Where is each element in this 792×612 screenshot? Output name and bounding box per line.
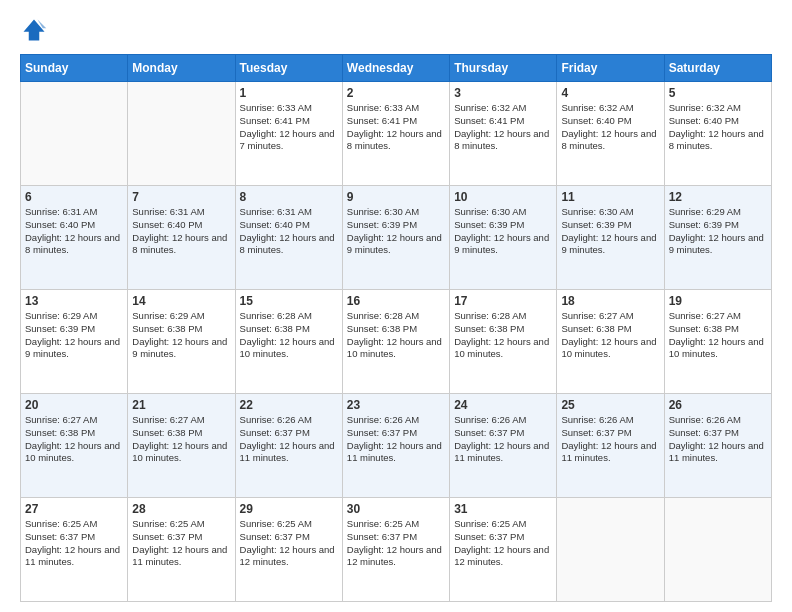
day-info: Sunrise: 6:26 AM Sunset: 6:37 PM Dayligh…: [561, 414, 659, 465]
calendar-cell: 12Sunrise: 6:29 AM Sunset: 6:39 PM Dayli…: [664, 186, 771, 290]
day-number: 23: [347, 398, 445, 412]
calendar-cell: 5Sunrise: 6:32 AM Sunset: 6:40 PM Daylig…: [664, 82, 771, 186]
calendar-cell: 19Sunrise: 6:27 AM Sunset: 6:38 PM Dayli…: [664, 290, 771, 394]
calendar-cell: 22Sunrise: 6:26 AM Sunset: 6:37 PM Dayli…: [235, 394, 342, 498]
calendar-cell: 7Sunrise: 6:31 AM Sunset: 6:40 PM Daylig…: [128, 186, 235, 290]
day-number: 2: [347, 86, 445, 100]
day-info: Sunrise: 6:25 AM Sunset: 6:37 PM Dayligh…: [132, 518, 230, 569]
day-info: Sunrise: 6:30 AM Sunset: 6:39 PM Dayligh…: [454, 206, 552, 257]
calendar-cell: 10Sunrise: 6:30 AM Sunset: 6:39 PM Dayli…: [450, 186, 557, 290]
page: SundayMondayTuesdayWednesdayThursdayFrid…: [0, 0, 792, 612]
day-number: 14: [132, 294, 230, 308]
calendar-cell: 1Sunrise: 6:33 AM Sunset: 6:41 PM Daylig…: [235, 82, 342, 186]
calendar-header-friday: Friday: [557, 55, 664, 82]
calendar-week-row: 27Sunrise: 6:25 AM Sunset: 6:37 PM Dayli…: [21, 498, 772, 602]
calendar-cell: 4Sunrise: 6:32 AM Sunset: 6:40 PM Daylig…: [557, 82, 664, 186]
day-number: 28: [132, 502, 230, 516]
day-number: 1: [240, 86, 338, 100]
calendar-week-row: 1Sunrise: 6:33 AM Sunset: 6:41 PM Daylig…: [21, 82, 772, 186]
day-number: 29: [240, 502, 338, 516]
day-number: 26: [669, 398, 767, 412]
day-number: 24: [454, 398, 552, 412]
day-info: Sunrise: 6:26 AM Sunset: 6:37 PM Dayligh…: [669, 414, 767, 465]
calendar-week-row: 13Sunrise: 6:29 AM Sunset: 6:39 PM Dayli…: [21, 290, 772, 394]
calendar-header-sunday: Sunday: [21, 55, 128, 82]
calendar-cell: [557, 498, 664, 602]
day-info: Sunrise: 6:31 AM Sunset: 6:40 PM Dayligh…: [132, 206, 230, 257]
day-info: Sunrise: 6:26 AM Sunset: 6:37 PM Dayligh…: [347, 414, 445, 465]
calendar-cell: 15Sunrise: 6:28 AM Sunset: 6:38 PM Dayli…: [235, 290, 342, 394]
day-info: Sunrise: 6:27 AM Sunset: 6:38 PM Dayligh…: [561, 310, 659, 361]
calendar-table: SundayMondayTuesdayWednesdayThursdayFrid…: [20, 54, 772, 602]
day-info: Sunrise: 6:29 AM Sunset: 6:39 PM Dayligh…: [25, 310, 123, 361]
day-info: Sunrise: 6:28 AM Sunset: 6:38 PM Dayligh…: [240, 310, 338, 361]
calendar-cell: 31Sunrise: 6:25 AM Sunset: 6:37 PM Dayli…: [450, 498, 557, 602]
day-info: Sunrise: 6:25 AM Sunset: 6:37 PM Dayligh…: [454, 518, 552, 569]
calendar-cell: 13Sunrise: 6:29 AM Sunset: 6:39 PM Dayli…: [21, 290, 128, 394]
calendar-cell: 18Sunrise: 6:27 AM Sunset: 6:38 PM Dayli…: [557, 290, 664, 394]
day-info: Sunrise: 6:32 AM Sunset: 6:40 PM Dayligh…: [669, 102, 767, 153]
day-number: 11: [561, 190, 659, 204]
calendar-cell: 27Sunrise: 6:25 AM Sunset: 6:37 PM Dayli…: [21, 498, 128, 602]
day-info: Sunrise: 6:25 AM Sunset: 6:37 PM Dayligh…: [240, 518, 338, 569]
day-number: 16: [347, 294, 445, 308]
day-number: 27: [25, 502, 123, 516]
day-info: Sunrise: 6:33 AM Sunset: 6:41 PM Dayligh…: [347, 102, 445, 153]
calendar-header-monday: Monday: [128, 55, 235, 82]
day-number: 17: [454, 294, 552, 308]
calendar-header-thursday: Thursday: [450, 55, 557, 82]
calendar-header-tuesday: Tuesday: [235, 55, 342, 82]
day-number: 15: [240, 294, 338, 308]
day-number: 30: [347, 502, 445, 516]
calendar-cell: 8Sunrise: 6:31 AM Sunset: 6:40 PM Daylig…: [235, 186, 342, 290]
day-number: 22: [240, 398, 338, 412]
day-number: 10: [454, 190, 552, 204]
day-info: Sunrise: 6:29 AM Sunset: 6:39 PM Dayligh…: [669, 206, 767, 257]
calendar-cell: 28Sunrise: 6:25 AM Sunset: 6:37 PM Dayli…: [128, 498, 235, 602]
day-number: 13: [25, 294, 123, 308]
calendar-cell: 23Sunrise: 6:26 AM Sunset: 6:37 PM Dayli…: [342, 394, 449, 498]
calendar-cell: 6Sunrise: 6:31 AM Sunset: 6:40 PM Daylig…: [21, 186, 128, 290]
day-number: 18: [561, 294, 659, 308]
calendar-week-row: 6Sunrise: 6:31 AM Sunset: 6:40 PM Daylig…: [21, 186, 772, 290]
logo: [20, 16, 52, 44]
day-number: 4: [561, 86, 659, 100]
calendar-cell: 17Sunrise: 6:28 AM Sunset: 6:38 PM Dayli…: [450, 290, 557, 394]
day-number: 5: [669, 86, 767, 100]
svg-marker-1: [24, 20, 45, 41]
calendar-cell: 30Sunrise: 6:25 AM Sunset: 6:37 PM Dayli…: [342, 498, 449, 602]
day-info: Sunrise: 6:32 AM Sunset: 6:41 PM Dayligh…: [454, 102, 552, 153]
calendar-cell: [128, 82, 235, 186]
day-info: Sunrise: 6:28 AM Sunset: 6:38 PM Dayligh…: [454, 310, 552, 361]
day-info: Sunrise: 6:30 AM Sunset: 6:39 PM Dayligh…: [347, 206, 445, 257]
calendar-cell: 16Sunrise: 6:28 AM Sunset: 6:38 PM Dayli…: [342, 290, 449, 394]
day-info: Sunrise: 6:29 AM Sunset: 6:38 PM Dayligh…: [132, 310, 230, 361]
day-number: 25: [561, 398, 659, 412]
day-info: Sunrise: 6:25 AM Sunset: 6:37 PM Dayligh…: [347, 518, 445, 569]
calendar-cell: 26Sunrise: 6:26 AM Sunset: 6:37 PM Dayli…: [664, 394, 771, 498]
day-number: 3: [454, 86, 552, 100]
calendar-header-row: SundayMondayTuesdayWednesdayThursdayFrid…: [21, 55, 772, 82]
day-number: 20: [25, 398, 123, 412]
calendar-cell: 24Sunrise: 6:26 AM Sunset: 6:37 PM Dayli…: [450, 394, 557, 498]
calendar-cell: 20Sunrise: 6:27 AM Sunset: 6:38 PM Dayli…: [21, 394, 128, 498]
day-info: Sunrise: 6:26 AM Sunset: 6:37 PM Dayligh…: [454, 414, 552, 465]
calendar-cell: 2Sunrise: 6:33 AM Sunset: 6:41 PM Daylig…: [342, 82, 449, 186]
day-info: Sunrise: 6:30 AM Sunset: 6:39 PM Dayligh…: [561, 206, 659, 257]
day-number: 6: [25, 190, 123, 204]
day-info: Sunrise: 6:33 AM Sunset: 6:41 PM Dayligh…: [240, 102, 338, 153]
calendar-cell: 3Sunrise: 6:32 AM Sunset: 6:41 PM Daylig…: [450, 82, 557, 186]
day-info: Sunrise: 6:27 AM Sunset: 6:38 PM Dayligh…: [669, 310, 767, 361]
generalblue-logo-icon: [20, 16, 48, 44]
day-info: Sunrise: 6:27 AM Sunset: 6:38 PM Dayligh…: [132, 414, 230, 465]
calendar-header-wednesday: Wednesday: [342, 55, 449, 82]
calendar-cell: [21, 82, 128, 186]
calendar-cell: [664, 498, 771, 602]
day-number: 31: [454, 502, 552, 516]
calendar-cell: 9Sunrise: 6:30 AM Sunset: 6:39 PM Daylig…: [342, 186, 449, 290]
calendar-cell: 14Sunrise: 6:29 AM Sunset: 6:38 PM Dayli…: [128, 290, 235, 394]
day-info: Sunrise: 6:25 AM Sunset: 6:37 PM Dayligh…: [25, 518, 123, 569]
day-number: 12: [669, 190, 767, 204]
day-number: 21: [132, 398, 230, 412]
day-number: 19: [669, 294, 767, 308]
